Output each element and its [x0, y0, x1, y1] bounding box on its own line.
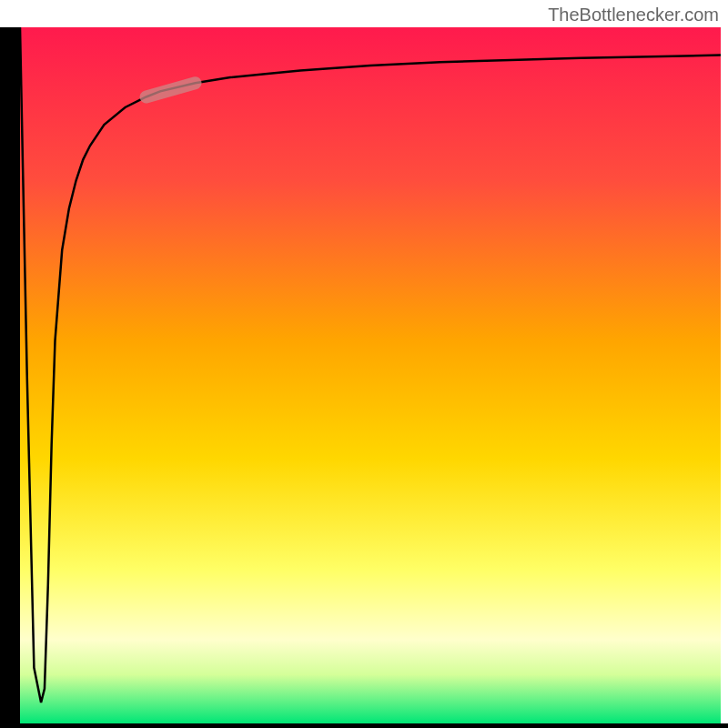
bottleneck-curve: [20, 27, 721, 723]
x-axis-bar: [0, 723, 728, 728]
y-axis-bar: [0, 27, 20, 723]
plot-area: [20, 27, 721, 723]
attribution-text: TheBottlenecker.com: [548, 5, 719, 25]
bottleneck-chart: TheBottlenecker.com: [0, 0, 728, 728]
svg-line-1: [147, 83, 196, 96]
